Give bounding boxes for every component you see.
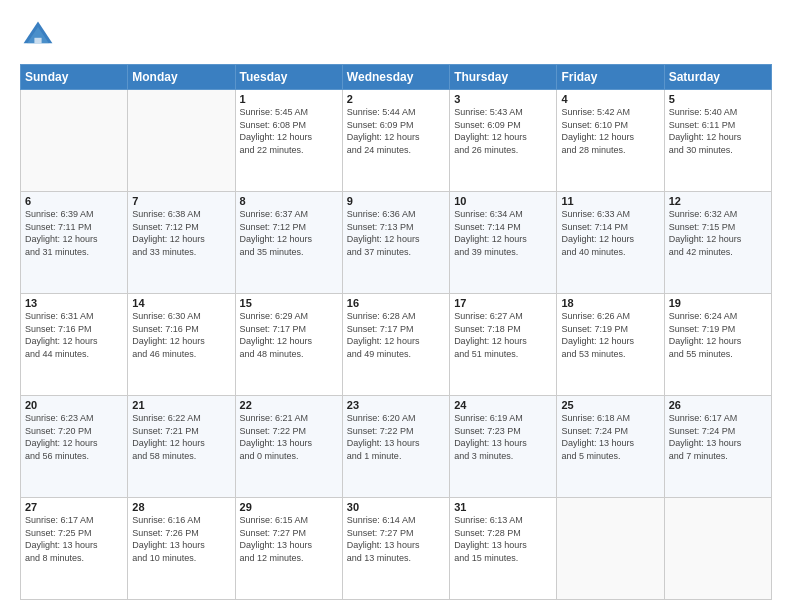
day-info: Sunrise: 5:43 AM Sunset: 6:09 PM Dayligh… bbox=[454, 106, 552, 156]
weekday-header-tuesday: Tuesday bbox=[235, 65, 342, 90]
calendar-cell: 10Sunrise: 6:34 AM Sunset: 7:14 PM Dayli… bbox=[450, 192, 557, 294]
day-number: 19 bbox=[669, 297, 767, 309]
weekday-header-sunday: Sunday bbox=[21, 65, 128, 90]
calendar-cell: 1Sunrise: 5:45 AM Sunset: 6:08 PM Daylig… bbox=[235, 90, 342, 192]
calendar-cell: 2Sunrise: 5:44 AM Sunset: 6:09 PM Daylig… bbox=[342, 90, 449, 192]
day-number: 23 bbox=[347, 399, 445, 411]
calendar-cell: 23Sunrise: 6:20 AM Sunset: 7:22 PM Dayli… bbox=[342, 396, 449, 498]
day-number: 20 bbox=[25, 399, 123, 411]
day-info: Sunrise: 6:21 AM Sunset: 7:22 PM Dayligh… bbox=[240, 412, 338, 462]
header bbox=[20, 18, 772, 54]
day-number: 18 bbox=[561, 297, 659, 309]
week-row-5: 27Sunrise: 6:17 AM Sunset: 7:25 PM Dayli… bbox=[21, 498, 772, 600]
calendar-cell: 28Sunrise: 6:16 AM Sunset: 7:26 PM Dayli… bbox=[128, 498, 235, 600]
day-info: Sunrise: 6:29 AM Sunset: 7:17 PM Dayligh… bbox=[240, 310, 338, 360]
calendar-cell bbox=[128, 90, 235, 192]
day-info: Sunrise: 6:24 AM Sunset: 7:19 PM Dayligh… bbox=[669, 310, 767, 360]
weekday-header-saturday: Saturday bbox=[664, 65, 771, 90]
day-info: Sunrise: 6:32 AM Sunset: 7:15 PM Dayligh… bbox=[669, 208, 767, 258]
day-number: 4 bbox=[561, 93, 659, 105]
calendar-cell: 18Sunrise: 6:26 AM Sunset: 7:19 PM Dayli… bbox=[557, 294, 664, 396]
day-info: Sunrise: 6:34 AM Sunset: 7:14 PM Dayligh… bbox=[454, 208, 552, 258]
day-info: Sunrise: 6:17 AM Sunset: 7:24 PM Dayligh… bbox=[669, 412, 767, 462]
logo bbox=[20, 18, 60, 54]
day-number: 28 bbox=[132, 501, 230, 513]
calendar-cell: 20Sunrise: 6:23 AM Sunset: 7:20 PM Dayli… bbox=[21, 396, 128, 498]
logo-icon bbox=[20, 18, 56, 54]
day-info: Sunrise: 5:40 AM Sunset: 6:11 PM Dayligh… bbox=[669, 106, 767, 156]
calendar-cell: 6Sunrise: 6:39 AM Sunset: 7:11 PM Daylig… bbox=[21, 192, 128, 294]
calendar-cell: 15Sunrise: 6:29 AM Sunset: 7:17 PM Dayli… bbox=[235, 294, 342, 396]
day-info: Sunrise: 6:18 AM Sunset: 7:24 PM Dayligh… bbox=[561, 412, 659, 462]
day-number: 30 bbox=[347, 501, 445, 513]
page: SundayMondayTuesdayWednesdayThursdayFrid… bbox=[0, 0, 792, 612]
calendar-cell: 22Sunrise: 6:21 AM Sunset: 7:22 PM Dayli… bbox=[235, 396, 342, 498]
calendar-cell: 16Sunrise: 6:28 AM Sunset: 7:17 PM Dayli… bbox=[342, 294, 449, 396]
calendar-cell: 26Sunrise: 6:17 AM Sunset: 7:24 PM Dayli… bbox=[664, 396, 771, 498]
week-row-1: 1Sunrise: 5:45 AM Sunset: 6:08 PM Daylig… bbox=[21, 90, 772, 192]
weekday-header-thursday: Thursday bbox=[450, 65, 557, 90]
weekday-header-friday: Friday bbox=[557, 65, 664, 90]
calendar-cell: 12Sunrise: 6:32 AM Sunset: 7:15 PM Dayli… bbox=[664, 192, 771, 294]
day-number: 10 bbox=[454, 195, 552, 207]
weekday-header-row: SundayMondayTuesdayWednesdayThursdayFrid… bbox=[21, 65, 772, 90]
calendar-cell: 14Sunrise: 6:30 AM Sunset: 7:16 PM Dayli… bbox=[128, 294, 235, 396]
week-row-2: 6Sunrise: 6:39 AM Sunset: 7:11 PM Daylig… bbox=[21, 192, 772, 294]
day-number: 5 bbox=[669, 93, 767, 105]
day-info: Sunrise: 6:22 AM Sunset: 7:21 PM Dayligh… bbox=[132, 412, 230, 462]
weekday-header-wednesday: Wednesday bbox=[342, 65, 449, 90]
day-number: 9 bbox=[347, 195, 445, 207]
day-info: Sunrise: 6:17 AM Sunset: 7:25 PM Dayligh… bbox=[25, 514, 123, 564]
day-number: 24 bbox=[454, 399, 552, 411]
day-number: 13 bbox=[25, 297, 123, 309]
calendar-cell: 3Sunrise: 5:43 AM Sunset: 6:09 PM Daylig… bbox=[450, 90, 557, 192]
day-info: Sunrise: 6:37 AM Sunset: 7:12 PM Dayligh… bbox=[240, 208, 338, 258]
day-number: 14 bbox=[132, 297, 230, 309]
day-info: Sunrise: 6:14 AM Sunset: 7:27 PM Dayligh… bbox=[347, 514, 445, 564]
day-info: Sunrise: 6:16 AM Sunset: 7:26 PM Dayligh… bbox=[132, 514, 230, 564]
calendar-cell bbox=[664, 498, 771, 600]
day-number: 6 bbox=[25, 195, 123, 207]
day-info: Sunrise: 6:39 AM Sunset: 7:11 PM Dayligh… bbox=[25, 208, 123, 258]
calendar-cell bbox=[21, 90, 128, 192]
day-number: 16 bbox=[347, 297, 445, 309]
day-info: Sunrise: 6:33 AM Sunset: 7:14 PM Dayligh… bbox=[561, 208, 659, 258]
day-info: Sunrise: 6:27 AM Sunset: 7:18 PM Dayligh… bbox=[454, 310, 552, 360]
day-info: Sunrise: 6:26 AM Sunset: 7:19 PM Dayligh… bbox=[561, 310, 659, 360]
calendar-cell: 9Sunrise: 6:36 AM Sunset: 7:13 PM Daylig… bbox=[342, 192, 449, 294]
day-number: 31 bbox=[454, 501, 552, 513]
calendar-cell: 27Sunrise: 6:17 AM Sunset: 7:25 PM Dayli… bbox=[21, 498, 128, 600]
day-number: 12 bbox=[669, 195, 767, 207]
calendar-cell: 13Sunrise: 6:31 AM Sunset: 7:16 PM Dayli… bbox=[21, 294, 128, 396]
calendar-cell: 25Sunrise: 6:18 AM Sunset: 7:24 PM Dayli… bbox=[557, 396, 664, 498]
calendar-cell: 5Sunrise: 5:40 AM Sunset: 6:11 PM Daylig… bbox=[664, 90, 771, 192]
calendar-cell: 8Sunrise: 6:37 AM Sunset: 7:12 PM Daylig… bbox=[235, 192, 342, 294]
week-row-3: 13Sunrise: 6:31 AM Sunset: 7:16 PM Dayli… bbox=[21, 294, 772, 396]
day-info: Sunrise: 6:30 AM Sunset: 7:16 PM Dayligh… bbox=[132, 310, 230, 360]
calendar-cell: 11Sunrise: 6:33 AM Sunset: 7:14 PM Dayli… bbox=[557, 192, 664, 294]
weekday-header-monday: Monday bbox=[128, 65, 235, 90]
day-number: 11 bbox=[561, 195, 659, 207]
calendar-cell: 21Sunrise: 6:22 AM Sunset: 7:21 PM Dayli… bbox=[128, 396, 235, 498]
day-number: 29 bbox=[240, 501, 338, 513]
day-number: 17 bbox=[454, 297, 552, 309]
day-number: 7 bbox=[132, 195, 230, 207]
week-row-4: 20Sunrise: 6:23 AM Sunset: 7:20 PM Dayli… bbox=[21, 396, 772, 498]
day-info: Sunrise: 6:31 AM Sunset: 7:16 PM Dayligh… bbox=[25, 310, 123, 360]
day-info: Sunrise: 6:36 AM Sunset: 7:13 PM Dayligh… bbox=[347, 208, 445, 258]
day-number: 3 bbox=[454, 93, 552, 105]
calendar-cell: 30Sunrise: 6:14 AM Sunset: 7:27 PM Dayli… bbox=[342, 498, 449, 600]
day-number: 1 bbox=[240, 93, 338, 105]
day-info: Sunrise: 6:19 AM Sunset: 7:23 PM Dayligh… bbox=[454, 412, 552, 462]
day-info: Sunrise: 5:44 AM Sunset: 6:09 PM Dayligh… bbox=[347, 106, 445, 156]
day-info: Sunrise: 6:20 AM Sunset: 7:22 PM Dayligh… bbox=[347, 412, 445, 462]
day-info: Sunrise: 6:38 AM Sunset: 7:12 PM Dayligh… bbox=[132, 208, 230, 258]
day-number: 26 bbox=[669, 399, 767, 411]
day-number: 2 bbox=[347, 93, 445, 105]
day-info: Sunrise: 5:42 AM Sunset: 6:10 PM Dayligh… bbox=[561, 106, 659, 156]
calendar-cell: 24Sunrise: 6:19 AM Sunset: 7:23 PM Dayli… bbox=[450, 396, 557, 498]
day-number: 25 bbox=[561, 399, 659, 411]
day-info: Sunrise: 6:28 AM Sunset: 7:17 PM Dayligh… bbox=[347, 310, 445, 360]
day-info: Sunrise: 5:45 AM Sunset: 6:08 PM Dayligh… bbox=[240, 106, 338, 156]
calendar-table: SundayMondayTuesdayWednesdayThursdayFrid… bbox=[20, 64, 772, 600]
